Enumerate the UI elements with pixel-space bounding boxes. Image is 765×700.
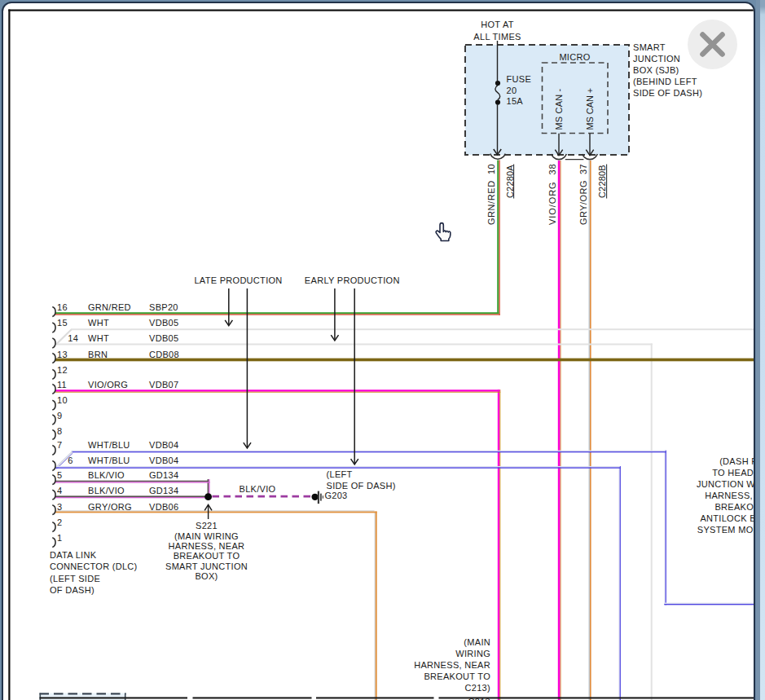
svg-text:ALL TIMES: ALL TIMES xyxy=(473,32,521,42)
svg-text:BLK/VIO: BLK/VIO xyxy=(88,486,125,495)
svg-text:2: 2 xyxy=(57,517,62,527)
svg-text:(LEFT SIDE: (LEFT SIDE xyxy=(50,574,100,583)
svg-text:7: 7 xyxy=(57,440,62,450)
svg-text:16: 16 xyxy=(57,302,68,312)
svg-text:SBP20: SBP20 xyxy=(149,302,178,312)
svg-text:(BEHIND LEFT: (BEHIND LEFT xyxy=(633,77,697,86)
svg-text:SMART JUNCTION: SMART JUNCTION xyxy=(165,561,248,571)
svg-text:BOX): BOX) xyxy=(195,571,218,581)
svg-text:WIRING: WIRING xyxy=(455,649,490,658)
svg-text:VDB04: VDB04 xyxy=(149,456,178,465)
svg-text:GRN/RED 10: GRN/RED 10 xyxy=(486,164,496,225)
svg-text:4: 4 xyxy=(57,486,62,495)
svg-text:5: 5 xyxy=(57,470,62,480)
svg-text:CDB08: CDB08 xyxy=(149,350,179,359)
svg-text:ANTILOCK BRAKE: ANTILOCK BRAKE xyxy=(700,513,755,523)
svg-text:VDB07: VDB07 xyxy=(149,380,178,390)
svg-text:WHT/BLU: WHT/BLU xyxy=(88,440,130,450)
svg-text:BRN: BRN xyxy=(88,350,108,359)
svg-text:MS CAN +: MS CAN + xyxy=(585,88,595,130)
svg-text:14: 14 xyxy=(68,333,78,343)
svg-text:BOX (SJB): BOX (SJB) xyxy=(633,65,679,75)
svg-text:FUSE: FUSE xyxy=(507,74,532,84)
svg-text:HOT AT: HOT AT xyxy=(481,20,514,29)
svg-text:8: 8 xyxy=(57,426,62,436)
svg-text:C2280B: C2280B xyxy=(597,165,607,198)
svg-text:BREAKOUT TO: BREAKOUT TO xyxy=(424,671,490,681)
svg-text:VDB05: VDB05 xyxy=(149,333,178,343)
svg-text:OF DASH): OF DASH) xyxy=(50,585,95,595)
svg-text:VIO/ORG 38: VIO/ORG 38 xyxy=(547,164,557,225)
svg-text:1: 1 xyxy=(57,533,62,543)
svg-text:3: 3 xyxy=(57,502,62,512)
svg-text:10: 10 xyxy=(57,395,68,405)
svg-text:GD134: GD134 xyxy=(149,470,178,480)
svg-text:VDB05: VDB05 xyxy=(149,318,178,328)
svg-text:BLK/VIO: BLK/VIO xyxy=(240,484,276,494)
svg-text:C2280A: C2280A xyxy=(505,165,515,198)
svg-text:BREAKOUT TO: BREAKOUT TO xyxy=(714,502,755,512)
svg-text:HARNESS, NEAR: HARNESS, NEAR xyxy=(705,491,755,500)
svg-text:EARLY PRODUCTION: EARLY PRODUCTION xyxy=(305,275,400,285)
svg-text:VDB06: VDB06 xyxy=(149,502,178,512)
svg-text:SMART: SMART xyxy=(633,42,666,52)
svg-text:HARNESS, NEAR: HARNESS, NEAR xyxy=(414,660,490,670)
svg-text:TO HEADLINER: TO HEADLINER xyxy=(712,468,755,478)
svg-text:HARNESS, NEAR: HARNESS, NEAR xyxy=(169,541,245,551)
svg-text:VIO/ORG: VIO/ORG xyxy=(88,380,128,390)
svg-text:BREAKOUT TO: BREAKOUT TO xyxy=(174,551,240,561)
svg-text:SIDE OF DASH): SIDE OF DASH) xyxy=(327,481,396,491)
svg-text:JUNCTION WIRING: JUNCTION WIRING xyxy=(697,479,755,489)
svg-text:12: 12 xyxy=(57,365,68,375)
svg-text:JUNCTION: JUNCTION xyxy=(633,54,680,64)
svg-text:WHT: WHT xyxy=(88,333,109,343)
svg-text:WHT: WHT xyxy=(88,318,109,328)
svg-text:GD134: GD134 xyxy=(149,486,178,495)
svg-text:11: 11 xyxy=(57,380,67,390)
svg-text:G203: G203 xyxy=(324,491,347,500)
svg-text:(MAIN WIRING: (MAIN WIRING xyxy=(174,531,239,541)
svg-text:15A: 15A xyxy=(507,96,524,106)
svg-text:MS CAN -: MS CAN - xyxy=(554,88,564,130)
svg-text:MICRO: MICRO xyxy=(559,52,590,62)
svg-text:S221: S221 xyxy=(196,521,218,531)
svg-text:WHT/BLU: WHT/BLU xyxy=(88,456,130,465)
svg-text:SYSTEM MODULE): SYSTEM MODULE) xyxy=(697,525,755,535)
svg-text:DATA LINK: DATA LINK xyxy=(50,550,97,560)
svg-text:(DASH PANEL: (DASH PANEL xyxy=(719,456,755,466)
svg-text:C213: C213 xyxy=(468,697,491,700)
svg-text:9: 9 xyxy=(57,411,62,420)
svg-text:(LEFT: (LEFT xyxy=(327,469,353,479)
svg-text:LATE PRODUCTION: LATE PRODUCTION xyxy=(194,275,282,285)
svg-text:(MAIN: (MAIN xyxy=(464,637,490,647)
svg-text:13: 13 xyxy=(57,350,68,359)
svg-text:BLK/VIO: BLK/VIO xyxy=(88,470,125,480)
svg-text:15: 15 xyxy=(57,318,68,328)
svg-text:GRN/RED: GRN/RED xyxy=(88,302,131,312)
svg-text:6: 6 xyxy=(68,456,73,465)
svg-text:C213): C213) xyxy=(465,683,490,693)
svg-text:CONNECTOR (DLC): CONNECTOR (DLC) xyxy=(50,561,138,571)
svg-text:SIDE OF DASH): SIDE OF DASH) xyxy=(633,88,702,98)
svg-text:GRY/ORG: GRY/ORG xyxy=(88,502,132,512)
svg-text:VDB04: VDB04 xyxy=(149,440,178,450)
svg-text:20: 20 xyxy=(507,86,517,95)
svg-text:GRY/ORG 37: GRY/ORG 37 xyxy=(578,164,588,225)
